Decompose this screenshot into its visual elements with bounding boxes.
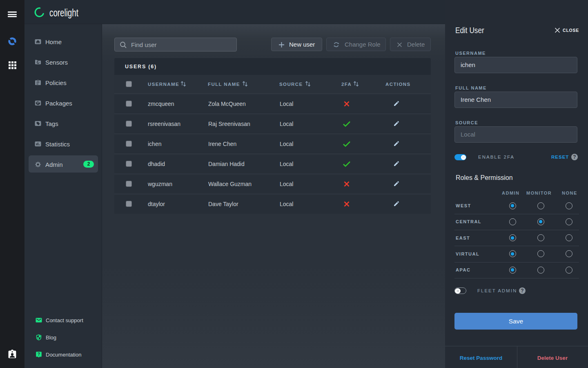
- svg-text:?: ?: [38, 352, 40, 357]
